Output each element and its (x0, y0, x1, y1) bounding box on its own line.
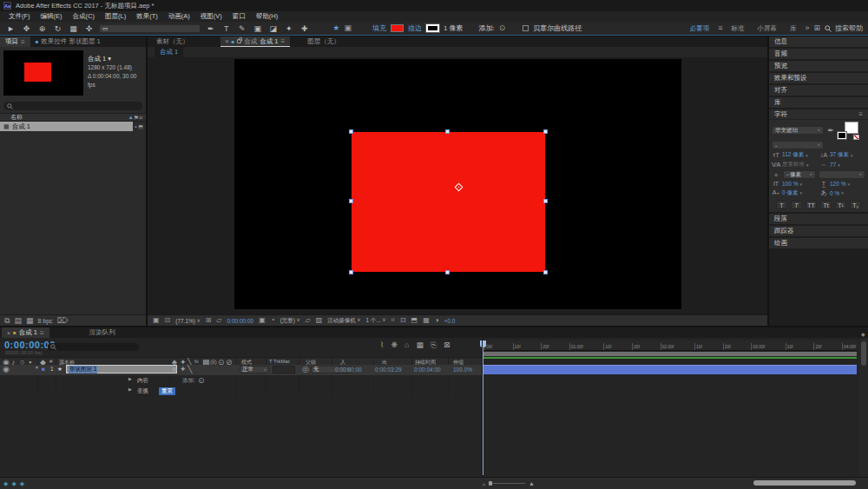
layer-in-value[interactable]: 0:00:00:00 (335, 367, 362, 373)
eyedropper-icon[interactable]: ✒ (826, 126, 835, 135)
view-layout-select[interactable]: 1 个... ˅ (365, 317, 385, 325)
horizontal-scale-value[interactable]: 120 % (830, 181, 845, 187)
text-tool-icon[interactable]: T (220, 24, 232, 33)
selection-handle[interactable] (349, 129, 353, 134)
kerning-value[interactable]: 度量标准 (782, 161, 805, 169)
expand-in-out-icon[interactable]: ◈ (3, 480, 8, 487)
trkmat-column[interactable]: T TrkMat (269, 359, 290, 364)
project-list-header[interactable]: 名称 ▲ ⚑ ≡ (0, 113, 146, 122)
time-ruler[interactable]: 00f10f20f01:00f10f20f02:00f10f20f03:00f1… (483, 340, 858, 351)
workspace-tab[interactable]: 标准 (727, 24, 748, 33)
panel-menu-icon[interactable]: ≡ (858, 110, 863, 118)
snapshot-icon[interactable]: ▣ (259, 317, 266, 324)
menu-item[interactable]: 效果(T) (131, 12, 163, 21)
spinner[interactable]: ▾ (806, 162, 809, 168)
interpret-footage-icon[interactable]: ⧉ (4, 317, 10, 325)
magnification-icon[interactable]: ⊡ (165, 317, 171, 324)
layer-duration-value[interactable]: 0:00:04:00 (414, 367, 441, 373)
vertical-scale-value[interactable]: 100 % (782, 181, 798, 187)
menu-item[interactable]: 窗口 (227, 12, 251, 21)
composition-mini-flowchart-icon[interactable]: ⌇ (380, 341, 384, 349)
text-stroke-swatch[interactable] (838, 132, 846, 139)
camera-select[interactable]: 活动摄像机 ˅ (327, 317, 360, 325)
hide-shy-icon[interactable]: ⌂ (404, 341, 409, 349)
menu-item[interactable]: 视图(V) (195, 12, 227, 21)
panel-menu-icon[interactable]: ≡ (21, 38, 25, 46)
bezier-path-checkbox[interactable] (523, 25, 529, 31)
eraser-tool-icon[interactable]: ◪ (267, 24, 279, 33)
layer-stretch-value[interactable]: 100.0% (453, 367, 472, 373)
new-composition-icon[interactable]: ▦ (26, 317, 34, 325)
collapsed-panel[interactable]: 信息 (769, 36, 868, 47)
workspace-tab[interactable]: 小屏幕 (753, 24, 781, 33)
panel-menu-icon[interactable]: ≡ (40, 329, 44, 337)
leading-value[interactable]: 37 像素 (830, 151, 849, 159)
vscroll-thumb[interactable] (861, 341, 866, 366)
transform-row[interactable]: ▶ 变换 重置 (0, 387, 483, 395)
collapsed-panel[interactable]: 跟踪器 (769, 226, 868, 236)
hand-tool-icon[interactable]: ✥ (21, 24, 32, 33)
panel-menu-icon[interactable]: ≡ (280, 37, 285, 45)
fast-preview-icon[interactable]: ⊡ (400, 317, 406, 324)
contents-row[interactable]: ▶ 内容 添加: ⊙ (0, 376, 483, 385)
workspace-grid-icon[interactable]: ⊞ (813, 24, 820, 32)
region-of-interest-icon[interactable]: ▱ (306, 317, 311, 324)
motion-blur-icon[interactable]: ⎘ (431, 341, 437, 349)
stroke-width-value[interactable]: 1 像素 (444, 23, 464, 33)
menu-item[interactable]: 帮助(H) (251, 12, 283, 21)
reset-button[interactable]: 重置 (159, 387, 175, 395)
selection-handle[interactable] (543, 129, 548, 134)
spinner[interactable]: ▾ (841, 190, 844, 195)
exposure-value[interactable]: +0.0 (444, 318, 456, 324)
faux-bold-button[interactable]: T (776, 201, 787, 209)
pan-behind-tool-icon[interactable]: ✜ (83, 24, 95, 33)
collapsed-panel[interactable]: 段落 (769, 214, 868, 224)
marker-bin-icon[interactable]: ◆ (861, 331, 865, 337)
tracking-value[interactable]: 77 (830, 162, 836, 168)
timeline-search-input[interactable] (48, 343, 139, 351)
font-size-value[interactable]: 112 像素 (782, 151, 804, 159)
character-panel-header[interactable]: 字符 ≡ (769, 109, 868, 120)
resolution-select[interactable]: (完整) ˅ (280, 317, 300, 325)
shape-tool-icon[interactable]: ▭ (99, 24, 201, 33)
layer-name-field[interactable]: 形状图层 1 (66, 365, 177, 373)
layer-row[interactable]: ◉ ▼ ■ 1 ★ 形状图层 1 ♣ ✦ ╲ 正常˅ ◎ 无˅ 0:00:00:… (0, 365, 483, 375)
workspace-menu-icon[interactable]: ≡ (718, 24, 722, 32)
selection-handle[interactable] (445, 129, 450, 134)
puppet-tool-icon[interactable]: ✚ (299, 24, 310, 33)
layer-shy-icon[interactable]: ♣ (172, 366, 177, 373)
expand-transfer-icon[interactable]: ◈ (20, 480, 24, 487)
fill-color-swatch[interactable] (391, 24, 404, 32)
zoom-out-icon[interactable]: ▵ (483, 480, 485, 486)
spinner[interactable]: ▾ (799, 190, 802, 195)
timeline-horizontal-scrollbar[interactable] (753, 480, 856, 486)
tab-effect-controls[interactable]: ■ 效果控件 形状图层 1 (30, 36, 106, 47)
selection-handle[interactable] (543, 199, 548, 203)
spinner[interactable]: ▾ (847, 182, 850, 187)
current-time[interactable]: 0:00:00:00 (227, 318, 254, 324)
clone-stamp-tool-icon[interactable]: ▣ (252, 24, 263, 33)
selection-handle[interactable] (349, 199, 353, 203)
zoom-level[interactable]: (77.1%) ˅ (175, 318, 200, 324)
layer-label-color[interactable]: ■ (42, 366, 45, 372)
rotate-tool-icon[interactable]: ↻ (52, 24, 63, 33)
draft-3d-icon[interactable]: ❋ (391, 341, 398, 349)
font-family-select[interactable]: 华文琥珀˅ (772, 126, 824, 135)
no-color-swatch[interactable] (853, 135, 859, 140)
layer-out-value[interactable]: 0:00:03:29 (375, 367, 402, 373)
spinner[interactable]: ▾ (838, 162, 840, 168)
frame-blend-icon[interactable]: ▦ (416, 341, 424, 349)
selection-handle[interactable] (445, 270, 450, 274)
fx-switch-icon[interactable]: fx (194, 359, 199, 364)
selection-handle[interactable] (543, 270, 548, 274)
spinner[interactable]: ▾ (806, 153, 808, 158)
collapsed-panel[interactable]: 预览 (769, 61, 868, 71)
new-folder-icon[interactable]: ▤ (14, 317, 22, 325)
stroke-color-swatch[interactable] (426, 24, 439, 32)
tab-render-queue[interactable]: 渲染队列 (84, 327, 121, 338)
project-item-row[interactable]: ▦ 合成 1 ▪ ⬒ (0, 122, 146, 131)
pen-tool-icon[interactable]: ✒ (205, 24, 216, 33)
blend-mode-select[interactable]: 正常˅ (240, 366, 269, 373)
collapsed-panel[interactable]: 效果和预设 (769, 73, 868, 83)
tab-project[interactable]: 项目 ≡ (0, 36, 30, 47)
